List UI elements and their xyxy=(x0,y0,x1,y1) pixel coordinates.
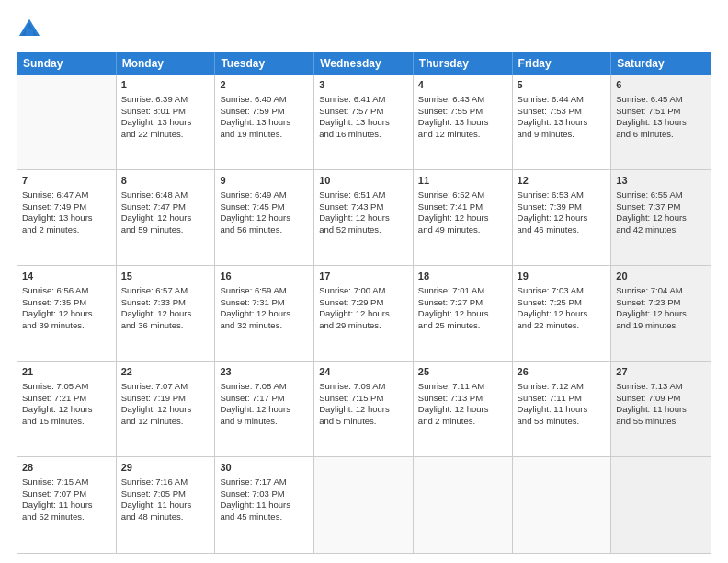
day-number: 22 xyxy=(121,365,210,379)
cell-line-0: Sunrise: 6:51 AM xyxy=(319,190,408,201)
cell-line-0: Sunrise: 6:45 AM xyxy=(616,94,706,106)
day-number: 13 xyxy=(616,174,706,188)
cell-line-1: Sunset: 7:05 PM xyxy=(121,488,210,500)
cell-line-1: Sunset: 7:39 PM xyxy=(518,201,607,213)
day-cell-12: 12Sunrise: 6:53 AMSunset: 7:39 PMDayligh… xyxy=(513,170,612,265)
cell-line-2: Daylight: 13 hours xyxy=(319,117,408,129)
cell-line-1: Sunset: 7:17 PM xyxy=(220,393,309,405)
cell-line-0: Sunrise: 6:55 AM xyxy=(616,190,706,201)
day-cell-28: 28Sunrise: 7:15 AMSunset: 7:07 PMDayligh… xyxy=(17,457,117,553)
logo-icon xyxy=(17,17,42,42)
day-cell-24: 24Sunrise: 7:09 AMSunset: 7:15 PMDayligh… xyxy=(314,362,414,456)
cell-line-1: Sunset: 7:15 PM xyxy=(319,393,408,405)
cell-line-1: Sunset: 7:45 PM xyxy=(220,201,309,213)
cell-line-3: and 55 minutes. xyxy=(616,416,706,428)
cell-line-1: Sunset: 7:19 PM xyxy=(121,393,210,405)
cell-line-2: Daylight: 11 hours xyxy=(518,404,607,416)
cell-line-3: and 42 minutes. xyxy=(616,224,706,236)
day-number: 17 xyxy=(319,270,408,283)
day-cell-19: 19Sunrise: 7:03 AMSunset: 7:25 PMDayligh… xyxy=(513,266,612,361)
day-number: 25 xyxy=(418,365,507,379)
cell-line-1: Sunset: 7:53 PM xyxy=(518,106,607,118)
cell-line-0: Sunrise: 6:56 AM xyxy=(22,285,111,297)
cell-line-2: Daylight: 12 hours xyxy=(418,308,507,320)
cell-line-2: Daylight: 12 hours xyxy=(121,213,210,224)
calendar-header: SundayMondayTuesdayWednesdayThursdayFrid… xyxy=(17,52,711,75)
day-number: 8 xyxy=(121,174,210,188)
day-number: 5 xyxy=(518,78,607,92)
day-cell-3: 3Sunrise: 6:41 AMSunset: 7:57 PMDaylight… xyxy=(314,75,414,169)
calendar: SundayMondayTuesdayWednesdayThursdayFrid… xyxy=(17,52,711,554)
day-number: 24 xyxy=(319,365,408,379)
day-cell-1: 1Sunrise: 6:39 AMSunset: 8:01 PMDaylight… xyxy=(117,75,216,169)
cell-line-1: Sunset: 8:01 PM xyxy=(121,106,210,118)
cell-line-3: and 58 minutes. xyxy=(518,416,607,428)
cell-line-2: Daylight: 13 hours xyxy=(616,117,706,129)
cell-line-3: and 32 minutes. xyxy=(220,320,309,332)
cell-line-1: Sunset: 7:25 PM xyxy=(518,297,607,309)
cell-line-1: Sunset: 7:23 PM xyxy=(616,297,706,309)
weekday-header-monday: Monday xyxy=(117,52,216,75)
cell-line-3: and 52 minutes. xyxy=(319,224,408,236)
cell-line-1: Sunset: 7:37 PM xyxy=(616,201,706,213)
weekday-header-sunday: Sunday xyxy=(17,52,117,75)
cell-line-1: Sunset: 7:43 PM xyxy=(319,201,408,213)
day-number: 26 xyxy=(518,365,607,379)
calendar-row-4: 21Sunrise: 7:05 AMSunset: 7:21 PMDayligh… xyxy=(17,362,711,457)
cell-line-0: Sunrise: 6:52 AM xyxy=(418,190,507,201)
cell-line-0: Sunrise: 7:08 AM xyxy=(220,381,309,393)
day-cell-17: 17Sunrise: 7:00 AMSunset: 7:29 PMDayligh… xyxy=(314,266,414,361)
day-cell-10: 10Sunrise: 6:51 AMSunset: 7:43 PMDayligh… xyxy=(314,170,414,265)
cell-line-3: and 22 minutes. xyxy=(518,320,607,332)
cell-line-1: Sunset: 7:33 PM xyxy=(121,297,210,309)
cell-line-1: Sunset: 7:09 PM xyxy=(616,393,706,405)
day-number: 18 xyxy=(418,270,507,283)
weekday-header-wednesday: Wednesday xyxy=(314,52,414,75)
cell-line-2: Daylight: 12 hours xyxy=(22,404,111,416)
cell-line-2: Daylight: 13 hours xyxy=(518,117,607,129)
day-number: 28 xyxy=(22,461,111,475)
empty-cell-0-0 xyxy=(17,75,117,169)
cell-line-3: and 2 minutes. xyxy=(22,224,111,236)
empty-cell-4-3 xyxy=(314,457,414,553)
calendar-body: 1Sunrise: 6:39 AMSunset: 8:01 PMDaylight… xyxy=(17,75,711,553)
cell-line-0: Sunrise: 7:13 AM xyxy=(616,381,706,393)
day-cell-9: 9Sunrise: 6:49 AMSunset: 7:45 PMDaylight… xyxy=(215,170,314,265)
cell-line-3: and 45 minutes. xyxy=(220,511,309,523)
day-cell-23: 23Sunrise: 7:08 AMSunset: 7:17 PMDayligh… xyxy=(215,362,314,456)
cell-line-2: Daylight: 13 hours xyxy=(220,117,309,129)
cell-line-1: Sunset: 7:57 PM xyxy=(319,106,408,118)
cell-line-3: and 22 minutes. xyxy=(121,129,210,141)
day-cell-4: 4Sunrise: 6:43 AMSunset: 7:55 PMDaylight… xyxy=(414,75,513,169)
day-cell-8: 8Sunrise: 6:48 AMSunset: 7:47 PMDaylight… xyxy=(117,170,216,265)
cell-line-0: Sunrise: 7:05 AM xyxy=(22,381,111,393)
day-number: 21 xyxy=(22,365,111,379)
weekday-header-thursday: Thursday xyxy=(414,52,513,75)
cell-line-0: Sunrise: 7:15 AM xyxy=(22,477,111,488)
cell-line-0: Sunrise: 6:48 AM xyxy=(121,190,210,201)
cell-line-1: Sunset: 7:55 PM xyxy=(418,106,507,118)
cell-line-0: Sunrise: 6:41 AM xyxy=(319,94,408,106)
day-cell-18: 18Sunrise: 7:01 AMSunset: 7:27 PMDayligh… xyxy=(414,266,513,361)
cell-line-0: Sunrise: 7:01 AM xyxy=(418,285,507,297)
cell-line-3: and 15 minutes. xyxy=(22,416,111,428)
cell-line-2: Daylight: 13 hours xyxy=(418,117,507,129)
cell-line-3: and 39 minutes. xyxy=(22,320,111,332)
cell-line-1: Sunset: 7:03 PM xyxy=(220,488,309,500)
cell-line-0: Sunrise: 6:57 AM xyxy=(121,285,210,297)
day-cell-26: 26Sunrise: 7:12 AMSunset: 7:11 PMDayligh… xyxy=(513,362,612,456)
cell-line-0: Sunrise: 6:43 AM xyxy=(418,94,507,106)
cell-line-1: Sunset: 7:47 PM xyxy=(121,201,210,213)
cell-line-3: and 48 minutes. xyxy=(121,511,210,523)
cell-line-1: Sunset: 7:13 PM xyxy=(418,393,507,405)
cell-line-3: and 6 minutes. xyxy=(616,129,706,141)
cell-line-2: Daylight: 12 hours xyxy=(616,213,706,224)
day-cell-13: 13Sunrise: 6:55 AMSunset: 7:37 PMDayligh… xyxy=(611,170,711,265)
day-cell-30: 30Sunrise: 7:17 AMSunset: 7:03 PMDayligh… xyxy=(215,457,314,553)
cell-line-0: Sunrise: 6:40 AM xyxy=(220,94,309,106)
header xyxy=(17,17,711,42)
cell-line-0: Sunrise: 7:09 AM xyxy=(319,381,408,393)
cell-line-2: Daylight: 12 hours xyxy=(220,404,309,416)
day-cell-7: 7Sunrise: 6:47 AMSunset: 7:49 PMDaylight… xyxy=(17,170,117,265)
cell-line-2: Daylight: 11 hours xyxy=(121,500,210,511)
